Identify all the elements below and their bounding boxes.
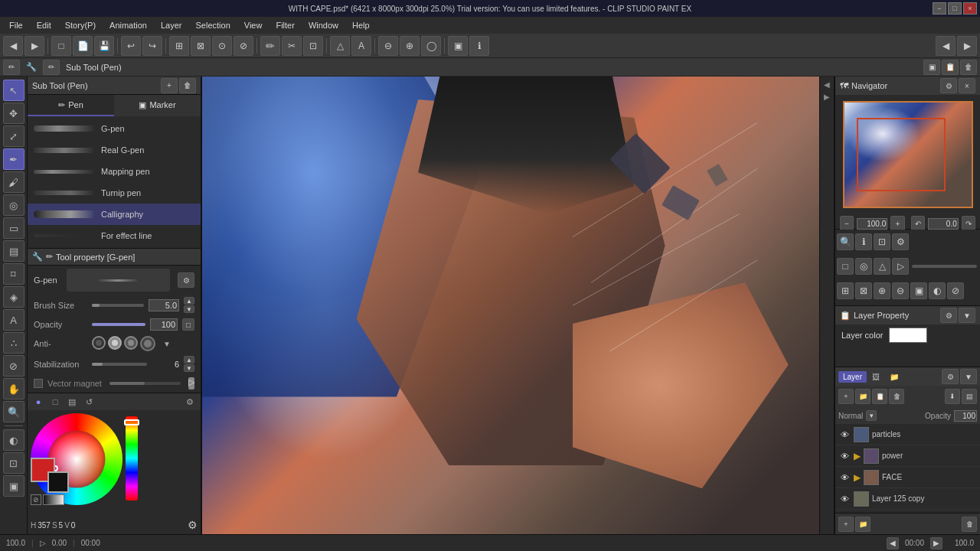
layer-eye-face[interactable]: 👁 [838,471,851,484]
tool-transform[interactable]: ⤢ [3,126,24,147]
stab-down[interactable]: ▼ [184,364,194,372]
brush-size-down[interactable]: ▼ [184,305,194,313]
eraser-button[interactable]: ✂ [282,36,302,56]
gradient-preview[interactable] [43,494,64,505]
nav-settings[interactable]: ⚙ [940,78,957,93]
fit-button[interactable]: ◯ [421,36,441,56]
rt-search[interactable]: 🔍 [837,233,854,250]
pen-tool-button[interactable]: ✏ [260,36,280,56]
layer-delete[interactable]: 🗑 [889,389,904,404]
brush-mapping-pen[interactable]: Mapping pen [28,161,201,182]
brush-turnip-pen[interactable]: Turnip pen [28,182,201,204]
layer-new[interactable]: + [838,389,854,404]
layer-eye-125[interactable]: 👁 [838,493,851,505]
save-button[interactable]: 💾 [94,36,114,56]
tool-figure[interactable]: ⌑ [3,263,24,285]
nav-rotation-input[interactable] [928,218,959,230]
rt-tool4[interactable]: ▷ [892,258,909,275]
layer-merge-down[interactable]: ⬇ [945,389,960,404]
rt-tool5[interactable]: ⊞ [837,282,854,299]
menu-file[interactable]: File [3,19,29,31]
tab-marker[interactable]: ▣ Marker [114,95,201,116]
tool-text[interactable]: A [3,309,24,331]
tool-magic-wand[interactable]: ⊡ [3,452,24,474]
open-button[interactable]: 📄 [73,36,93,56]
stabilization-slider[interactable] [92,363,147,366]
tool-select[interactable]: ↖ [3,80,24,101]
help-button[interactable]: ℹ [469,36,489,56]
selection-button[interactable]: ⊠ [191,36,211,56]
rt-settings[interactable]: ⚙ [892,233,909,250]
sub-tool-delete[interactable]: 🗑 [179,78,196,93]
rt-tool9[interactable]: ▣ [910,282,927,299]
expand-btn[interactable]: ▶ [821,90,833,103]
lp-settings[interactable]: ⚙ [940,308,957,323]
zoom-in-button[interactable]: ⊕ [400,36,420,56]
rt-tool10[interactable]: ◐ [929,282,946,299]
nav-close[interactable]: × [959,78,975,93]
layer-copy[interactable]: 📋 [872,389,887,404]
menu-filter[interactable]: Filter [270,19,300,31]
layer-item-particles[interactable]: 👁 particles [835,424,980,445]
panel-toggle-right[interactable]: ▶ [957,36,977,56]
lp-expand[interactable]: ▼ [959,308,975,323]
menu-layer[interactable]: Layer [155,19,188,31]
subtool-btn1[interactable]: ▣ [923,60,940,75]
transform-button[interactable]: ⊞ [169,36,189,56]
nav-fwd-button[interactable]: ▶ [24,36,44,56]
collapse-btn[interactable]: ◀ [821,78,833,90]
nav-rotate-left[interactable]: ↶ [911,216,925,231]
opacity-lock[interactable]: □ [182,318,194,331]
undo-button[interactable]: ↩ [121,36,141,56]
color-tab-history[interactable]: ↺ [81,395,96,409]
layer-panel-settings[interactable]: ⚙ [942,369,959,384]
layer-opacity-input[interactable] [954,410,977,422]
status-timeline-left[interactable]: ◀ [887,537,899,549]
menu-edit[interactable]: Edit [31,19,57,31]
layer-eye-particles[interactable]: 👁 [838,429,851,441]
bg-color-swatch[interactable] [47,471,69,493]
hue-slider[interactable] [126,416,138,500]
status-timeline-right[interactable]: ▶ [930,537,942,549]
color-mode-button[interactable]: ▣ [448,36,468,56]
sub-tool-add[interactable]: + [161,78,178,93]
brush-size-slider[interactable] [92,304,144,307]
zoom-out-button[interactable]: ⊖ [378,36,398,56]
brush-effect-line[interactable]: For effect line [28,225,201,246]
nav-rotate-right[interactable]: ↷ [962,216,975,231]
close-button[interactable]: × [963,2,977,15]
fill-button[interactable]: ⊡ [303,36,323,56]
tool-selection-pen[interactable]: ▣ [3,475,24,497]
tool-hand[interactable]: ✋ [3,378,24,399]
layer-tab-frames[interactable]: 🖼 [867,371,884,383]
nav-zoom-out[interactable]: − [840,216,854,231]
tool-zoom[interactable]: 🔍 [3,401,24,422]
ruler-button[interactable]: △ [330,36,350,56]
tool-eraser[interactable]: ◎ [3,194,24,216]
menu-selection[interactable]: Selection [190,19,237,31]
menu-animation[interactable]: Animation [103,19,153,31]
rt-tool7[interactable]: ⊕ [874,282,890,299]
layer-panel-expand[interactable]: ▼ [960,369,977,384]
tool-layer-move[interactable]: ◐ [3,429,24,451]
tool-pen[interactable]: ✒ [3,148,24,170]
stab-up[interactable]: ▲ [184,356,194,364]
menu-window[interactable]: Window [302,19,345,31]
layer-delete-bottom[interactable]: 🗑 [962,517,977,532]
transparent-button[interactable]: ⊘ [31,494,41,505]
nav-thumbnail[interactable] [843,101,973,208]
layer-item-face[interactable]: 👁 ▶ FACE [835,467,980,488]
vector-magnet-slider[interactable] [109,382,181,385]
anti-selector[interactable]: ▼ [163,340,171,348]
vector-magnet-check[interactable] [34,379,43,388]
redo-button[interactable]: ↪ [142,36,162,56]
layer-eye-power[interactable]: 👁 [838,450,851,462]
layer-color-swatch[interactable] [889,328,927,343]
rt-tool3[interactable]: △ [874,258,890,275]
lasso-button[interactable]: ⊙ [212,36,232,56]
tool-decoration[interactable]: ∴ [3,332,24,354]
vector-magnet-expand[interactable]: ▷ [188,377,194,390]
tool-fill[interactable]: ▭ [3,217,24,239]
anti-mid[interactable] [124,336,138,350]
subtool-btn2[interactable]: 📋 [942,60,959,75]
